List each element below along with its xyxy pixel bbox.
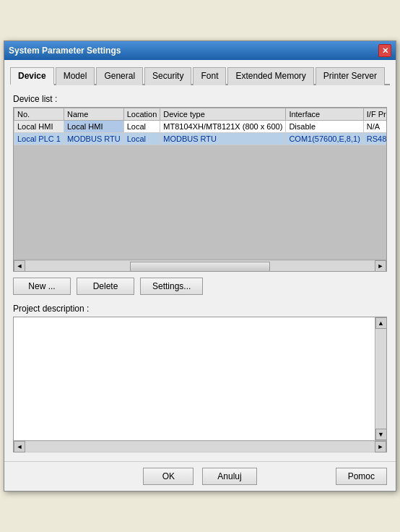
- col-interface: Interface: [286, 108, 363, 121]
- cell-ifproto: N/A: [363, 121, 386, 133]
- action-buttons: New ... Delete Settings...: [13, 278, 387, 295]
- cell-no: Local PLC 1: [14, 133, 64, 145]
- delete-button[interactable]: Delete: [77, 278, 134, 295]
- description-textarea[interactable]: [14, 317, 375, 440]
- cancel-button[interactable]: Anuluj: [202, 468, 256, 485]
- table-row[interactable]: Local PLC 1 MODBUS RTU Local MODBUS RTU …: [14, 133, 387, 145]
- tab-model[interactable]: Model: [56, 67, 95, 85]
- tab-device[interactable]: Device: [10, 67, 54, 85]
- tab-general[interactable]: General: [96, 67, 143, 85]
- description-inner: ▲ ▼: [14, 317, 386, 440]
- title-bar: System Parameter Settings ✕: [4, 41, 396, 60]
- ok-button[interactable]: OK: [143, 468, 194, 485]
- col-location: Location: [123, 108, 160, 121]
- scroll-left-button[interactable]: ◄: [14, 260, 25, 272]
- cell-no: Local HMI: [14, 121, 64, 133]
- close-button[interactable]: ✕: [378, 44, 391, 57]
- vertical-scrollbar: ▲ ▼: [375, 317, 386, 440]
- table-row-empty: [14, 145, 387, 246]
- cell-location: Local: [123, 133, 160, 145]
- new-button[interactable]: New ...: [13, 278, 71, 295]
- table-row[interactable]: Local HMI Local HMI Local MT8104XH/MT812…: [14, 121, 387, 133]
- desc-scroll-right[interactable]: ►: [375, 441, 386, 452]
- desc-scroll-left[interactable]: ◄: [14, 441, 25, 452]
- col-ifproto: I/F Proto: [363, 108, 386, 121]
- footer-center-buttons: OK Anuluj: [143, 468, 256, 485]
- cell-interface: Disable: [286, 121, 363, 133]
- window-title: System Parameter Settings: [9, 46, 121, 56]
- scroll-right-button[interactable]: ►: [375, 260, 386, 272]
- scroll-down-button[interactable]: ▼: [375, 429, 387, 440]
- cell-name: Local HMI: [64, 121, 123, 133]
- help-button[interactable]: Pomoc: [336, 468, 387, 485]
- table-wrapper: No. Name Location Device type Interface …: [14, 108, 386, 259]
- tab-content: Device list : No. Name Location Device t…: [10, 91, 390, 455]
- cell-interface: COM1(57600,E,8,1): [286, 133, 363, 145]
- col-no: No.: [14, 108, 64, 121]
- footer-right: Pomoc: [257, 468, 387, 485]
- horizontal-scrollbar[interactable]: ◄ ►: [14, 259, 386, 271]
- tab-security[interactable]: Security: [144, 67, 191, 85]
- tab-font[interactable]: Font: [193, 67, 226, 85]
- desc-scroll-track[interactable]: [25, 441, 375, 452]
- main-window: System Parameter Settings ✕ Device Model…: [4, 40, 396, 492]
- tab-extended-memory[interactable]: Extended Memory: [227, 67, 313, 85]
- cell-device-type: MT8104XH/MT8121X (800 x 600): [160, 121, 286, 133]
- table-header: No. Name Location Device type Interface …: [14, 108, 387, 121]
- tab-printer-server[interactable]: Printer Server: [316, 67, 385, 85]
- cell-name: MODBUS RTU: [64, 133, 123, 145]
- cell-location: Local: [123, 121, 160, 133]
- footer-bar: OK Anuluj Pomoc: [4, 461, 396, 491]
- desc-h-scrollbar[interactable]: ◄ ►: [14, 440, 386, 452]
- table-data-area: No. Name Location Device type Interface …: [14, 108, 386, 259]
- tab-bar: Device Model General Security Font Exten…: [10, 66, 390, 85]
- scroll-track[interactable]: [25, 260, 375, 272]
- cell-ifproto: RS485 2: [363, 133, 386, 145]
- col-name: Name: [64, 108, 123, 121]
- device-table: No. Name Location Device type Interface …: [14, 108, 386, 246]
- scroll-up-button[interactable]: ▲: [375, 317, 387, 329]
- table-body: Local HMI Local HMI Local MT8104XH/MT812…: [14, 121, 387, 246]
- settings-button[interactable]: Settings...: [140, 278, 203, 295]
- v-scroll-track[interactable]: [376, 329, 386, 429]
- window-body: Device Model General Security Font Exten…: [4, 60, 396, 461]
- device-table-container: No. Name Location Device type Interface …: [13, 107, 387, 272]
- description-container: ▲ ▼ ◄ ►: [13, 317, 387, 452]
- cell-device-type: MODBUS RTU: [160, 133, 286, 145]
- project-description-label: Project description :: [13, 304, 387, 314]
- device-list-label: Device list :: [13, 94, 387, 104]
- col-device-type: Device type: [160, 108, 286, 121]
- scroll-thumb[interactable]: [130, 262, 270, 272]
